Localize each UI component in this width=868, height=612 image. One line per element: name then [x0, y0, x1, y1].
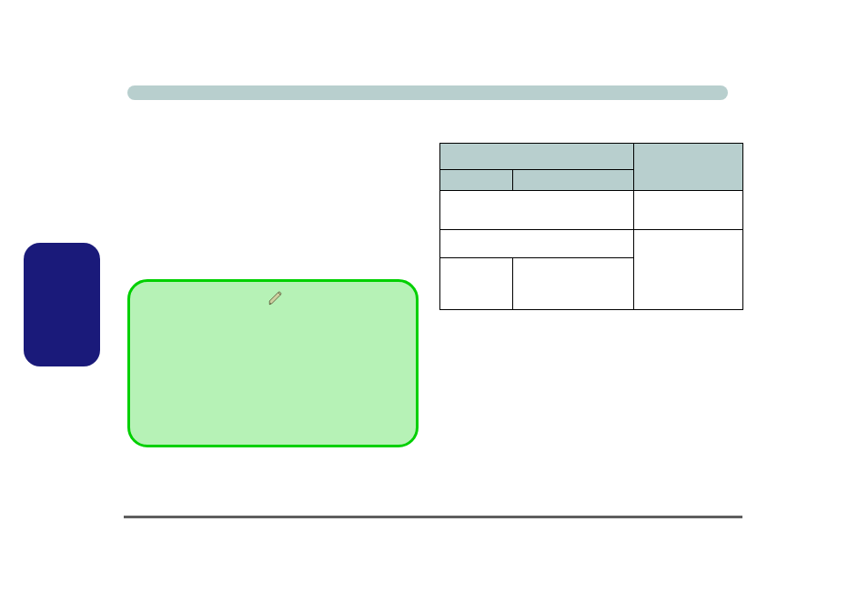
cell	[440, 258, 513, 310]
pen-icon	[267, 290, 284, 306]
table-row	[440, 191, 743, 230]
header-cell	[513, 170, 634, 191]
header-cell	[634, 144, 743, 191]
table-row	[440, 144, 743, 170]
header-cell	[440, 170, 513, 191]
cell	[634, 230, 743, 310]
blue-rounded-box	[24, 243, 100, 366]
top-pill-bar	[127, 85, 728, 100]
cell	[440, 230, 634, 258]
cell	[513, 258, 634, 310]
header-cell	[440, 144, 634, 170]
cell	[634, 191, 743, 230]
cell	[440, 191, 634, 230]
table-row	[440, 230, 743, 258]
bottom-divider	[124, 516, 742, 518]
data-grid	[439, 143, 743, 310]
